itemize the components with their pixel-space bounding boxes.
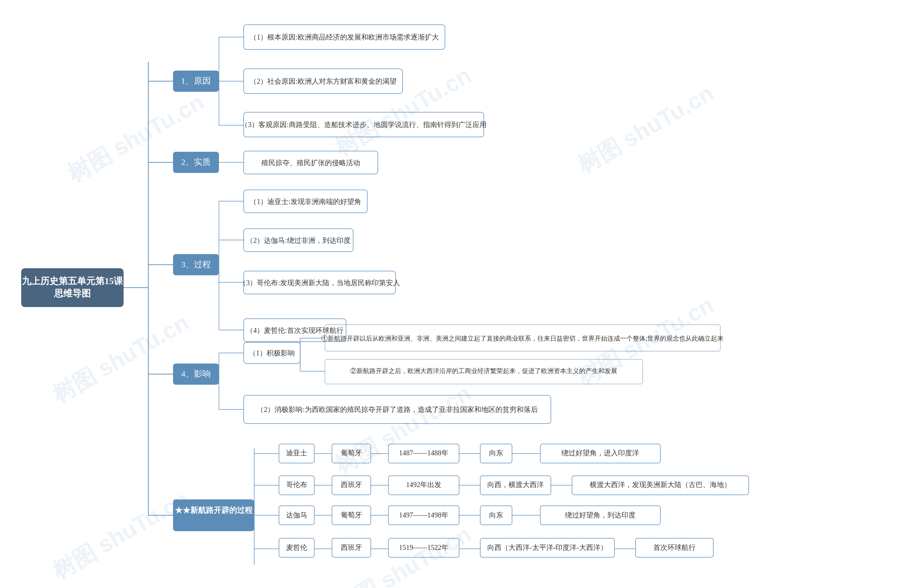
text-pt1: 葡萄牙 xyxy=(341,449,362,457)
text-result1: 绕过好望角，进入印度洋 xyxy=(561,449,639,457)
svg-text:树图 shuTu.cn: 树图 shuTu.cn xyxy=(48,309,193,408)
text-diashi: 迪亚士 xyxy=(286,449,307,457)
text-gelunbu: 哥伦布 xyxy=(286,481,307,489)
text-proc3: （3）哥伦布:发现美洲新大陆，当地居民称印第安人 xyxy=(239,279,400,287)
text-reason3: （3）客观原因:商路受阻、造船技术进步、地圆学说流行、指南针得到广泛应用 xyxy=(241,121,487,128)
text-nature: 殖民掠夺、殖民扩张的侵略活动 xyxy=(261,159,360,167)
text-dir1: 向东 xyxy=(489,449,503,457)
text-year4: 1519——1522年 xyxy=(399,544,449,551)
label-5-line1: ★★新航路开辟的过程 xyxy=(175,506,253,515)
text-result3: 绕过好望角，到达印度 xyxy=(565,511,635,519)
text-es2: 西班牙 xyxy=(341,544,362,551)
label-1: 1、原因 xyxy=(181,76,211,85)
svg-text:树图 shuTu.cn: 树图 shuTu.cn xyxy=(330,521,476,588)
text-year3: 1497——1498年 xyxy=(399,511,449,519)
text-pos-a: ①新航路开辟以后从欧洲和亚洲、非洲、美洲之间建立起了直接的商业联系，往来日益密切… xyxy=(321,335,724,342)
text-dir2: 向西，横渡大西洋 xyxy=(487,481,544,489)
text-maizhelun: 麦哲伦 xyxy=(286,544,307,551)
label-4: 4、影响 xyxy=(181,369,211,378)
text-dagama: 达伽马 xyxy=(286,511,307,519)
root-text-line2: 思维导图 xyxy=(54,288,91,299)
text-reason1: （1）根本原因:欧洲商品经济的发展和欧洲市场需求逐渐扩大 xyxy=(250,33,439,41)
text-proc1: （1）迪亚士:发现非洲南端的好望角 xyxy=(250,198,361,205)
label-2: 2、实质 xyxy=(181,158,211,167)
text-es1: 西班牙 xyxy=(341,481,362,489)
text-result2: 横渡大西洋，发现美洲新大陆（古巴、海地） xyxy=(590,481,731,489)
text-reason2: （2）社会原因:欧洲人对东方财富和黄金的渴望 xyxy=(250,77,397,85)
text-result4: 首次环球航行 xyxy=(653,544,695,551)
text-dir4: 向西（大西洋-太平洋-印度洋-大西洋） xyxy=(487,544,607,551)
label-3: 3、过程 xyxy=(181,260,211,269)
root-node xyxy=(21,268,123,307)
root-text-line1: 九上历史第五单元第15课 xyxy=(22,276,123,286)
text-proc2: （2）达伽马:绕过非洲，到达印度 xyxy=(246,236,351,244)
svg-text:树图 shuTu.cn: 树图 shuTu.cn xyxy=(48,486,193,585)
node-5-xinhanglu xyxy=(173,500,254,531)
text-proc4: （4）麦哲伦:首次实现环球航行 xyxy=(246,326,344,334)
svg-text:树图 shuTu.cn: 树图 shuTu.cn xyxy=(572,80,718,178)
svg-text:树图 shuTu.cn: 树图 shuTu.cn xyxy=(330,380,476,479)
text-year1: 1487——1488年 xyxy=(399,449,449,457)
text-year2: 1492年出发 xyxy=(406,481,441,489)
text-pos-b: ②新航路开辟之后，欧洲大西洋沿岸的工商业经济繁荣起来，促进了欧洲资本主义的产生和… xyxy=(350,367,617,374)
text-pt2: 葡萄牙 xyxy=(341,511,362,519)
text-dir3: 向东 xyxy=(489,511,503,519)
text-neg: （2）消极影响:为西欧国家的殖民掠夺开辟了道路，造成了亚非拉国家和地区的贫穷和落… xyxy=(257,405,538,413)
text-pos-title: （1）积极影响 xyxy=(249,349,295,357)
